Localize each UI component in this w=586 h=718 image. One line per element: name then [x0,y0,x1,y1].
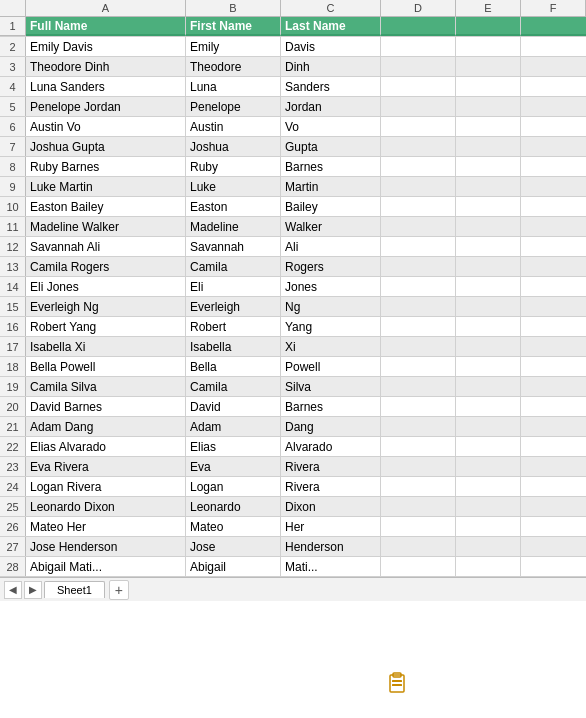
cell-last-name[interactable]: Jones [281,277,381,296]
cell-last-name[interactable]: Rivera [281,477,381,496]
cell-first-name[interactable]: Abigail [186,557,281,576]
table-row[interactable]: 9 Luke Martin Luke Martin [0,177,586,197]
cell-a1[interactable]: Full Name [26,17,186,36]
cell-last-name[interactable]: Dinh [281,57,381,76]
cell-b1[interactable]: First Name [186,17,281,36]
table-row[interactable]: 12 Savannah Ali Savannah Ali [0,237,586,257]
scroll-right-button[interactable]: ▶ [24,581,42,599]
cell-first-name[interactable]: Madeline [186,217,281,236]
cell-full-name[interactable]: Madeline Walker [26,217,186,236]
table-row[interactable]: 23 Eva Rivera Eva Rivera [0,457,586,477]
cell-full-name[interactable]: Isabella Xi [26,337,186,356]
cell-full-name[interactable]: Austin Vo [26,117,186,136]
cell-full-name[interactable]: Penelope Jordan [26,97,186,116]
cell-first-name[interactable]: Jose [186,537,281,556]
cell-first-name[interactable]: Mateo [186,517,281,536]
table-row[interactable]: 13 Camila Rogers Camila Rogers [0,257,586,277]
cell-full-name[interactable]: Savannah Ali [26,237,186,256]
cell-full-name[interactable]: Luna Sanders [26,77,186,96]
cell-first-name[interactable]: Easton [186,197,281,216]
cell-last-name[interactable]: Yang [281,317,381,336]
cell-last-name[interactable]: Walker [281,217,381,236]
cell-first-name[interactable]: Ruby [186,157,281,176]
cell-full-name[interactable]: Ruby Barnes [26,157,186,176]
cell-first-name[interactable]: Penelope [186,97,281,116]
cell-last-name[interactable]: Sanders [281,77,381,96]
cell-last-name[interactable]: Alvarado [281,437,381,456]
scroll-left-button[interactable]: ◀ [4,581,22,599]
cell-first-name[interactable]: Leonardo [186,497,281,516]
cell-first-name[interactable]: Isabella [186,337,281,356]
table-row[interactable]: 17 Isabella Xi Isabella Xi [0,337,586,357]
cell-full-name[interactable]: Camila Rogers [26,257,186,276]
cell-last-name[interactable]: Her [281,517,381,536]
cell-full-name[interactable]: Easton Bailey [26,197,186,216]
table-row[interactable]: 25 Leonardo Dixon Leonardo Dixon [0,497,586,517]
cell-first-name[interactable]: Eva [186,457,281,476]
table-row[interactable]: 26 Mateo Her Mateo Her [0,517,586,537]
table-row[interactable]: 19 Camila Silva Camila Silva [0,377,586,397]
cell-full-name[interactable]: Eli Jones [26,277,186,296]
cell-first-name[interactable]: Eli [186,277,281,296]
cell-full-name[interactable]: Emily Davis [26,37,186,56]
table-row[interactable]: 15 Everleigh Ng Everleigh Ng [0,297,586,317]
table-row[interactable]: 5 Penelope Jordan Penelope Jordan [0,97,586,117]
cell-full-name[interactable]: Eva Rivera [26,457,186,476]
cell-last-name[interactable]: Ali [281,237,381,256]
cell-first-name[interactable]: Theodore [186,57,281,76]
cell-full-name[interactable]: Robert Yang [26,317,186,336]
col-header-f[interactable]: F [521,0,586,16]
cell-first-name[interactable]: Camila [186,257,281,276]
cell-full-name[interactable]: Mateo Her [26,517,186,536]
col-header-e[interactable]: E [456,0,521,16]
col-header-d[interactable]: D [381,0,456,16]
table-row[interactable]: 22 Elias Alvarado Elias Alvarado [0,437,586,457]
cell-full-name[interactable]: David Barnes [26,397,186,416]
cell-last-name[interactable]: Henderson [281,537,381,556]
cell-last-name[interactable]: Mati... [281,557,381,576]
cell-first-name[interactable]: Luke [186,177,281,196]
cell-last-name[interactable]: Ng [281,297,381,316]
table-row[interactable]: 18 Bella Powell Bella Powell [0,357,586,377]
cell-full-name[interactable]: Bella Powell [26,357,186,376]
table-row[interactable]: 4 Luna Sanders Luna Sanders [0,77,586,97]
cell-first-name[interactable]: Emily [186,37,281,56]
table-row[interactable]: 21 Adam Dang Adam Dang [0,417,586,437]
paste-icon[interactable] [386,672,408,694]
cell-first-name[interactable]: Camila [186,377,281,396]
cell-first-name[interactable]: Luna [186,77,281,96]
cell-first-name[interactable]: Logan [186,477,281,496]
cell-last-name[interactable]: Vo [281,117,381,136]
cell-full-name[interactable]: Everleigh Ng [26,297,186,316]
cell-last-name[interactable]: Gupta [281,137,381,156]
cell-first-name[interactable]: Austin [186,117,281,136]
cell-last-name[interactable]: Dixon [281,497,381,516]
cell-full-name[interactable]: Elias Alvarado [26,437,186,456]
table-row[interactable]: 6 Austin Vo Austin Vo [0,117,586,137]
col-header-c[interactable]: C [281,0,381,16]
cell-last-name[interactable]: Barnes [281,397,381,416]
cell-last-name[interactable]: Xi [281,337,381,356]
cell-full-name[interactable]: Logan Rivera [26,477,186,496]
cell-first-name[interactable]: Bella [186,357,281,376]
table-row[interactable]: 16 Robert Yang Robert Yang [0,317,586,337]
cell-first-name[interactable]: Joshua [186,137,281,156]
table-row[interactable]: 10 Easton Bailey Easton Bailey [0,197,586,217]
cell-full-name[interactable]: Theodore Dinh [26,57,186,76]
cell-full-name[interactable]: Leonardo Dixon [26,497,186,516]
cell-c1[interactable]: Last Name [281,17,381,36]
table-row[interactable]: 20 David Barnes David Barnes [0,397,586,417]
table-row[interactable]: 28 Abigail Mati... Abigail Mati... [0,557,586,577]
table-row[interactable]: 8 Ruby Barnes Ruby Barnes [0,157,586,177]
cell-first-name[interactable]: Savannah [186,237,281,256]
table-row[interactable]: 14 Eli Jones Eli Jones [0,277,586,297]
col-header-a[interactable]: A [26,0,186,16]
sheet-tab-sheet1[interactable]: Sheet1 [44,581,105,598]
table-row[interactable]: 24 Logan Rivera Logan Rivera [0,477,586,497]
table-row[interactable]: 3 Theodore Dinh Theodore Dinh [0,57,586,77]
table-row[interactable]: 2 Emily Davis Emily Davis [0,37,586,57]
cell-last-name[interactable]: Jordan [281,97,381,116]
table-row[interactable]: 11 Madeline Walker Madeline Walker [0,217,586,237]
add-sheet-button[interactable]: + [109,580,129,600]
cell-last-name[interactable]: Powell [281,357,381,376]
